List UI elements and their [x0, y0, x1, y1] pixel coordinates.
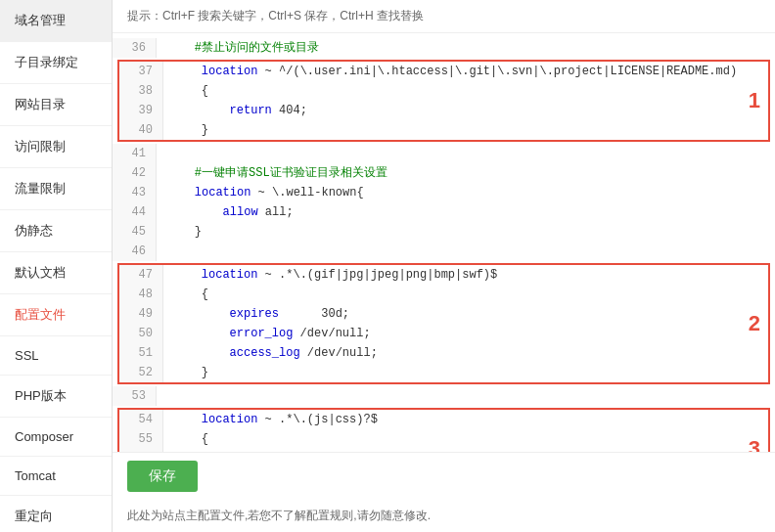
- sidebar: 域名管理 子目录绑定 网站目录 访问限制 流量限制 伪静态 默认文档 配置文件 …: [0, 0, 113, 532]
- section-1: 37 location ~ ^/(\.user.ini|\.htaccess|\…: [117, 60, 770, 142]
- sidebar-item-traffic[interactable]: 流量限制: [0, 168, 112, 210]
- sidebar-item-access[interactable]: 访问限制: [0, 126, 112, 168]
- save-bar: 保存: [113, 452, 775, 500]
- section-2: 47 location ~ .*\.(gif|jpg|jpeg|png|bmp|…: [117, 263, 770, 384]
- save-button[interactable]: 保存: [127, 461, 198, 492]
- footer-note: 此处为站点主配置文件,若您不了解配置规则,请勿随意修改.: [113, 500, 775, 532]
- plain-lines-41-46: 41 42 #一键申请SSL证书验证目录相关设置 43 location ~ \…: [113, 144, 775, 261]
- sidebar-item-composer[interactable]: Composer: [0, 418, 112, 457]
- sidebar-item-default-doc[interactable]: 默认文档: [0, 252, 112, 294]
- sidebar-item-ssl[interactable]: SSL: [0, 336, 112, 376]
- sidebar-item-webroot[interactable]: 网站目录: [0, 84, 112, 126]
- section-3: 54 location ~ .*\.(js|css)?$ 55 { 56 exp…: [117, 408, 770, 452]
- sidebar-item-config[interactable]: 配置文件: [0, 294, 112, 336]
- main-content: 提示：Ctrl+F 搜索关键字，Ctrl+S 保存，Ctrl+H 查找替换 36…: [113, 0, 775, 532]
- sidebar-item-php[interactable]: PHP版本: [0, 376, 112, 418]
- sidebar-item-tomcat[interactable]: Tomcat: [0, 457, 112, 496]
- sidebar-item-redirect[interactable]: 重定向: [0, 496, 112, 532]
- code-editor: 36 #禁止访问的文件或目录 37 location ~ ^/(\.user.i…: [113, 33, 775, 452]
- sidebar-item-subdir[interactable]: 子目录绑定: [0, 42, 112, 84]
- sidebar-item-rewrite[interactable]: 伪静态: [0, 210, 112, 252]
- sidebar-item-domain[interactable]: 域名管理: [0, 0, 112, 42]
- editor-area[interactable]: 36 #禁止访问的文件或目录 37 location ~ ^/(\.user.i…: [113, 33, 775, 452]
- hint-bar: 提示：Ctrl+F 搜索关键字，Ctrl+S 保存，Ctrl+H 查找替换: [113, 0, 775, 33]
- plain-line-53: 53: [113, 386, 775, 406]
- plain-line-36: 36 #禁止访问的文件或目录: [113, 38, 775, 58]
